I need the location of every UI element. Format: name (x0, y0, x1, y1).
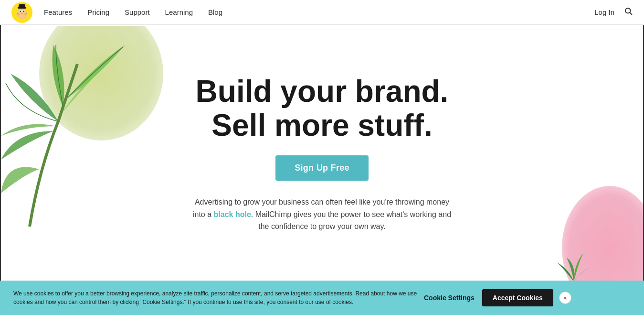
blob-pink-decoration (562, 186, 643, 282)
plant-bottom-decoration (543, 234, 605, 282)
svg-line-12 (630, 12, 632, 14)
nav-item-pricing[interactable]: Pricing (87, 8, 109, 16)
nav-item-learning[interactable]: Learning (165, 8, 193, 16)
login-button[interactable]: Log In (594, 8, 614, 16)
signup-button[interactable]: Sign Up Free (275, 155, 369, 181)
cookie-banner: We use cookies to offer you a better bro… (0, 281, 644, 315)
hero-title: Build your brand. Sell more stuff. (189, 75, 456, 142)
nav-item-features[interactable]: Features (44, 8, 72, 16)
navbar: Features Pricing Support Learning Blog L… (0, 0, 644, 25)
mailchimp-logo[interactable] (11, 2, 32, 23)
nav-right: Log In (594, 7, 633, 18)
accept-cookies-button[interactable]: Accept Cookies (482, 289, 553, 306)
svg-point-7 (20, 11, 21, 11)
svg-rect-10 (19, 4, 25, 8)
search-icon[interactable] (624, 7, 633, 18)
palm-decoration (1, 26, 154, 227)
hero-description: Advertising to grow your business can of… (189, 196, 456, 233)
hero-section: Build your brand. Sell more stuff. Sign … (1, 26, 643, 282)
cookie-close-button[interactable]: × (559, 292, 571, 304)
black-hole-link[interactable]: black hole (214, 210, 251, 218)
blob-green-decoration (39, 26, 163, 141)
nav-links: Features Pricing Support Learning Blog (44, 8, 594, 16)
svg-point-4 (18, 8, 26, 15)
nav-item-support[interactable]: Support (125, 8, 150, 16)
cookie-settings-button[interactable]: Cookie Settings (424, 294, 475, 302)
svg-point-8 (23, 11, 24, 11)
nav-item-blog[interactable]: Blog (208, 8, 222, 16)
cookie-text: We use cookies to offer you a better bro… (13, 289, 424, 306)
hero-content: Build your brand. Sell more stuff. Sign … (189, 75, 456, 233)
hero-desc-text2: . MailChimp gives you the power to see w… (251, 210, 451, 231)
